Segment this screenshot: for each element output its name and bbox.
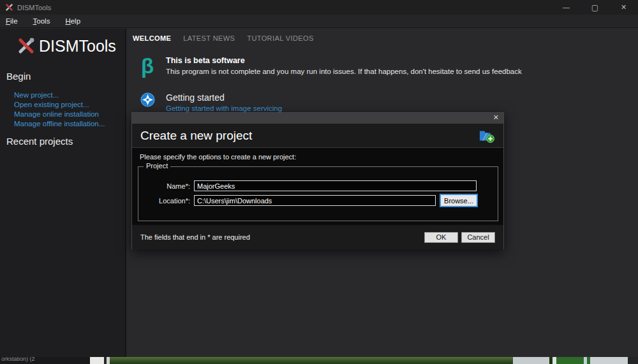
desktop-green-strip	[110, 357, 513, 364]
begin-links: New project... Open existing project... …	[14, 91, 125, 127]
dialog-titlebar: ✕	[132, 113, 503, 124]
tab-welcome[interactable]: WELCOME	[133, 34, 171, 42]
taskbar-segment	[590, 357, 628, 364]
menu-file[interactable]: File	[6, 17, 18, 25]
bottom-edge-strip: orkstation) (2	[0, 357, 638, 364]
location-label: Location*:	[138, 197, 190, 205]
menu-help[interactable]: Help	[65, 17, 80, 25]
getting-started-link[interactable]: Getting started with image servicing	[166, 105, 282, 112]
status-fragment-segment: orkstation) (2	[0, 357, 90, 364]
taskbar-segment	[90, 357, 104, 364]
dialog-instruction: Please specify the options to create a n…	[140, 153, 296, 161]
app-window: DISMTools — ▢ ✕ File Tools Help DISMTool…	[0, 0, 638, 364]
tab-bar: WELCOME LATEST NEWS TUTORIAL VIDEOS	[126, 29, 638, 42]
project-location-input[interactable]	[194, 195, 436, 206]
window-controls: — ▢ ✕	[552, 0, 638, 15]
sidebar-logo-text: DISMTools	[39, 37, 116, 55]
dialog-close-icon[interactable]: ✕	[493, 113, 499, 122]
required-fields-note: The fields that end in * are required	[140, 233, 424, 241]
sidebar-item-manage-online[interactable]: Manage online installation	[14, 110, 125, 118]
beta-icon: β	[141, 57, 154, 76]
titlebar: DISMTools — ▢ ✕	[0, 0, 638, 15]
tab-tutorial-videos[interactable]: TUTORIAL VIDEOS	[247, 34, 313, 42]
close-button[interactable]: ✕	[609, 0, 638, 15]
recent-projects-heading: Recent projects	[6, 136, 125, 147]
sidebar-item-open-project[interactable]: Open existing project...	[14, 101, 125, 108]
browse-button[interactable]: Browse...	[440, 194, 478, 207]
beta-notice: β This is beta software This program is …	[139, 56, 638, 76]
menubar: File Tools Help	[0, 15, 638, 28]
sidebar: DISMTools Begin New project... Open exis…	[0, 29, 126, 357]
project-name-input[interactable]	[194, 180, 477, 191]
cancel-button[interactable]: Cancel	[461, 232, 495, 243]
getting-started-section: Getting started Getting started with ima…	[139, 92, 638, 112]
begin-heading: Begin	[6, 71, 125, 82]
maximize-button[interactable]: ▢	[581, 0, 609, 15]
status-text-fragment: orkstation) (2	[1, 357, 35, 362]
dialog-body: Please specify the options to create a n…	[132, 148, 503, 225]
create-project-dialog: ✕ Create a new project Please specify th…	[131, 112, 504, 249]
dialog-header: Create a new project	[132, 124, 503, 148]
ok-button[interactable]: OK	[424, 232, 458, 243]
minimize-button[interactable]: —	[552, 0, 581, 15]
crossed-tools-icon	[17, 36, 36, 55]
name-label: Name*:	[138, 182, 190, 190]
dialog-title: Create a new project	[140, 129, 478, 143]
project-group-label: Project	[144, 162, 170, 170]
new-project-icon	[478, 128, 495, 143]
project-group-box: Project Name*: Location*: Browse...	[138, 166, 498, 221]
window-title: DISMTools	[17, 4, 552, 11]
sidebar-logo: DISMTools	[0, 29, 125, 55]
getting-started-icon	[140, 92, 155, 107]
beta-title: This is beta software	[166, 56, 522, 65]
menu-tools[interactable]: Tools	[33, 17, 50, 25]
getting-started-title: Getting started	[166, 92, 282, 103]
taskbar-segment	[628, 357, 638, 364]
tab-latest-news[interactable]: LATEST NEWS	[183, 34, 235, 42]
beta-description: This program is not complete and you may…	[166, 68, 522, 75]
dialog-footer: The fields that end in * are required OK…	[132, 225, 503, 249]
sidebar-item-manage-offline[interactable]: Manage offline installation...	[14, 120, 125, 127]
app-logo-icon	[5, 3, 13, 11]
taskbar-segment	[556, 357, 584, 364]
sidebar-item-new-project[interactable]: New project...	[14, 91, 125, 99]
taskbar-segment	[513, 357, 549, 364]
